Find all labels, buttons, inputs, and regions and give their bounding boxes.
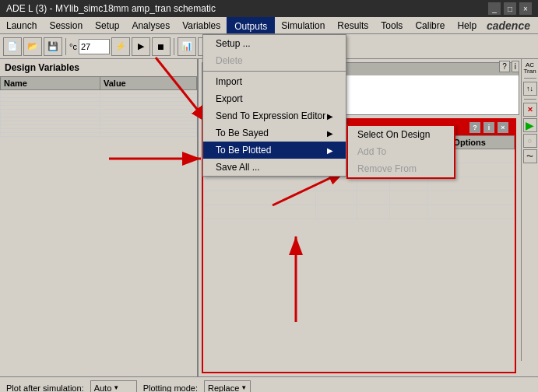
toolbar-btn-c[interactable]: ⏹ <box>152 37 171 56</box>
toolbar-save-btn[interactable]: 💾 <box>44 37 62 56</box>
title-bar: ADE L (3) - MYlib_simc18mm amp_tran sche… <box>0 0 538 17</box>
menu-results[interactable]: Results <box>331 17 374 33</box>
stop-icon[interactable]: ✕ <box>523 103 537 117</box>
temp-input[interactable] <box>79 39 110 54</box>
circle-icon[interactable]: ○ <box>523 134 537 148</box>
import-label: Import <box>216 76 242 87</box>
table-row <box>204 191 515 205</box>
toolbar-btn-a[interactable]: ⚡ <box>111 37 130 56</box>
sep2 <box>524 99 536 100</box>
plot-after-dropdown[interactable]: Auto ▼ <box>90 380 137 393</box>
setup-label: Setup ... <box>216 38 251 49</box>
menu-session[interactable]: Session <box>43 17 89 33</box>
send-expr-arrow: ▶ <box>327 112 333 121</box>
export-label: Export <box>216 93 243 104</box>
to-be-plotted-label: To Be Plotted <box>216 145 271 156</box>
menu-to-be-plotted-item[interactable]: To Be Plotted ▶ <box>203 142 346 159</box>
sep <box>524 78 536 79</box>
play-icon[interactable]: ▶ <box>523 118 537 132</box>
title-controls: _ □ × <box>488 2 532 15</box>
title-text: ADE L (3) - MYlib_simc18mm amp_tran sche… <box>6 3 216 14</box>
plot-after-value: Auto <box>94 383 112 393</box>
remove-from-label: Remove From <box>357 163 417 174</box>
submenu-to-be-plotted: Select On Design Add To Remove From <box>346 124 455 179</box>
menu-setup-item[interactable]: Setup ... <box>203 35 346 52</box>
toolbar-new-btn[interactable]: 📄 <box>3 37 22 56</box>
menu-variables[interactable]: Variables <box>176 17 227 33</box>
dropdown-menu-container: Setup ... Delete Import Export Send To E… <box>202 34 346 177</box>
menu-calibre[interactable]: Calibre <box>409 17 451 33</box>
menu-simulation[interactable]: Simulation <box>275 17 331 33</box>
arrows-icon[interactable]: ↑↓ <box>523 82 537 96</box>
toolbar-sep-1 <box>65 38 66 55</box>
toolbar-open-btn[interactable]: 📂 <box>23 37 42 56</box>
to-be-sayed-label: To Be Sayed <box>216 128 269 138</box>
save-all-label: Save All ... <box>216 162 260 173</box>
table-row <box>204 177 515 191</box>
toolbar-sep-2 <box>174 38 174 55</box>
outputs-question-icon[interactable]: ? <box>469 122 480 133</box>
delete-label: Delete <box>216 55 243 66</box>
menu-analyses[interactable]: Analyses <box>125 17 176 33</box>
menu-to-be-sayed-item[interactable]: To Be Sayed ▶ <box>203 124 346 142</box>
plotting-mode-dropdown[interactable]: Replace ▼ <box>204 380 251 393</box>
toolbar-btn-d[interactable]: 📊 <box>178 37 196 56</box>
vars-col-value: Value <box>100 77 197 90</box>
menu-save-all-item[interactable]: Save All ... <box>203 159 346 176</box>
menu-setup[interactable]: Setup <box>89 17 125 33</box>
maximize-btn[interactable]: □ <box>504 2 516 15</box>
to-be-sayed-arrow: ▶ <box>327 129 333 138</box>
close-btn[interactable]: × <box>519 2 532 15</box>
menu-sep <box>203 71 346 72</box>
menu-delete-item: Delete <box>203 52 346 69</box>
menu-launch[interactable]: Launch <box>0 17 43 33</box>
vars-col-name: Name <box>1 77 100 90</box>
ac-icon[interactable]: ACTran <box>523 62 536 75</box>
menu-tools[interactable]: Tools <box>374 17 409 33</box>
bottom-bar: Plot after simulation: Auto ▼ Plotting m… <box>0 376 538 392</box>
temp-label: °c <box>69 42 77 51</box>
question-icon[interactable]: ? <box>499 61 510 72</box>
submenu-select-on-design[interactable]: Select On Design <box>348 126 454 143</box>
menu-export-item[interactable]: Export <box>203 90 346 107</box>
menu-bar: Launch Session Setup Analyses Variables … <box>0 17 538 34</box>
help-icons: ? i <box>499 61 519 72</box>
plotting-mode-arrow: ▼ <box>241 384 247 391</box>
to-be-plotted-arrow: ▶ <box>327 146 333 155</box>
cadence-logo: cadence <box>487 19 538 32</box>
design-vars-label: Design Variables <box>0 59 197 76</box>
toolbar-btn-b[interactable]: ▶ <box>132 37 150 56</box>
send-expr-label: Send To Expression Editor <box>216 110 325 121</box>
table-row <box>204 205 515 219</box>
menu-help[interactable]: Help <box>451 17 483 33</box>
submenu-add-to: Add To <box>348 143 454 160</box>
menu-send-expression-item[interactable]: Send To Expression Editor ▶ <box>203 107 346 124</box>
select-on-design-label: Select On Design <box>357 129 430 140</box>
outputs-info-icon[interactable]: i <box>483 122 494 133</box>
plot-after-label: Plot after simulation: <box>6 383 84 393</box>
plot-after-arrow: ▼ <box>113 384 119 391</box>
plotting-mode-value: Replace <box>208 383 239 393</box>
plotting-mode-label: Plotting mode: <box>143 383 198 393</box>
submenu-remove-from: Remove From <box>348 160 454 177</box>
info-icon[interactable]: i <box>512 61 519 72</box>
wave-icon[interactable]: 〜 <box>523 149 537 163</box>
left-panel: Design Variables Name Value <box>0 59 199 376</box>
minimize-btn[interactable]: _ <box>488 2 501 15</box>
menu-outputs[interactable]: Outputs <box>227 17 275 33</box>
add-to-label: Add To <box>357 146 386 157</box>
right-side-toolbar: ACTran ↑↓ ✕ ▶ ○ 〜 <box>521 59 538 361</box>
outputs-close-icon[interactable]: × <box>498 122 508 133</box>
outputs-dropdown-menu: Setup ... Delete Import Export Send To E… <box>202 34 346 177</box>
table-row <box>1 133 197 137</box>
vars-table: Name Value <box>0 76 197 137</box>
menu-import-item[interactable]: Import <box>203 73 346 90</box>
outputs-header-controls: ? i × <box>469 122 508 133</box>
